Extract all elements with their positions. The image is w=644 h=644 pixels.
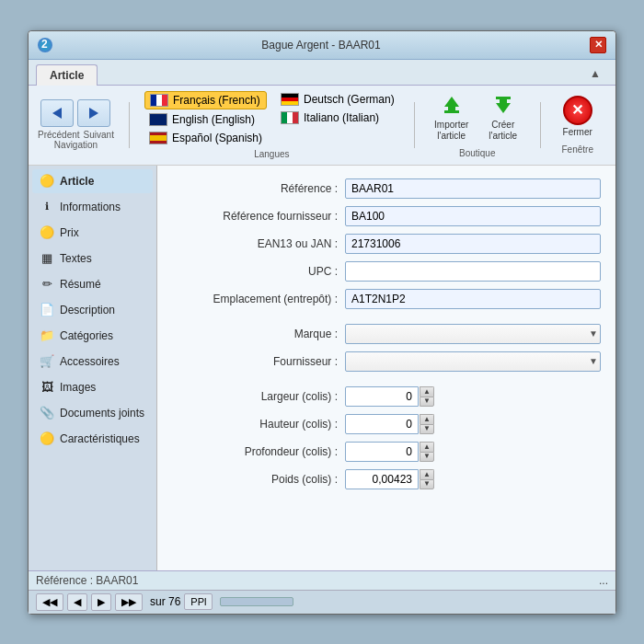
lang-list-right: Deutsch (German) Italiano (Italian) bbox=[276, 91, 399, 146]
ref-fournisseur-input[interactable] bbox=[345, 206, 601, 226]
svg-marker-4 bbox=[444, 97, 459, 107]
sidebar-label-article: Article bbox=[60, 175, 94, 188]
hauteur-row: Hauteur (colis) : ▲ ▼ bbox=[172, 414, 601, 434]
tab-article[interactable]: Article bbox=[36, 64, 98, 86]
creer-button[interactable]: Créerl'article bbox=[481, 92, 525, 142]
sidebar-item-accessoires[interactable]: 🛒 Accessoires bbox=[32, 350, 153, 374]
poids-row: Poids (colis) : ▲ ▼ bbox=[172, 469, 601, 489]
first-page-button[interactable]: ◀◀ bbox=[36, 593, 63, 611]
reference-row: Référence : bbox=[172, 178, 601, 199]
largeur-increment-button[interactable]: ▲ bbox=[420, 386, 434, 397]
lang-group-label: Langues bbox=[254, 149, 289, 159]
marque-select-wrapper: ▼ bbox=[345, 324, 601, 344]
sidebar-item-informations[interactable]: ℹ Informations bbox=[32, 195, 153, 219]
sidebar-item-prix[interactable]: 🟡 Prix bbox=[32, 221, 153, 245]
sidebar-item-description[interactable]: 📄 Description bbox=[32, 298, 153, 322]
lang-fr[interactable]: Français (French) bbox=[144, 91, 267, 109]
informations-icon: ℹ bbox=[40, 200, 54, 214]
description-icon: 📄 bbox=[40, 303, 54, 317]
window-title: Bague Argent - BAAR01 bbox=[52, 39, 590, 52]
poids-decrement-button[interactable]: ▼ bbox=[420, 479, 434, 489]
largeur-spinners: ▲ ▼ bbox=[420, 386, 434, 407]
upc-input[interactable] bbox=[345, 261, 601, 282]
flag-fr-icon bbox=[150, 94, 168, 107]
profondeur-increment-button[interactable]: ▲ bbox=[420, 442, 434, 452]
article-icon: 🟡 bbox=[40, 174, 54, 189]
sidebar: 🟡 Article ℹ Informations 🟡 Prix ▦ Textes… bbox=[29, 166, 157, 570]
next-label: Suivant bbox=[84, 130, 114, 140]
fermer-button[interactable]: ✕ Fermer bbox=[556, 96, 600, 138]
ean13-label: EAN13 ou JAN : bbox=[172, 237, 338, 250]
sidebar-item-documents[interactable]: 📎 Documents joints bbox=[32, 401, 153, 425]
ref-fournisseur-row: Référence fournisseur : bbox=[172, 206, 601, 226]
sidebar-item-resume[interactable]: ✏ Résumé bbox=[32, 272, 153, 296]
hauteur-spinners: ▲ ▼ bbox=[420, 414, 434, 434]
profondeur-spinners: ▲ ▼ bbox=[420, 442, 434, 462]
last-page-button[interactable]: ▶▶ bbox=[115, 593, 143, 611]
ean13-input[interactable] bbox=[345, 234, 601, 254]
profondeur-spinner: ▲ ▼ bbox=[345, 442, 434, 462]
sidebar-item-caracteristiques[interactable]: 🟡 Caractéristiques bbox=[32, 427, 153, 451]
import-icon bbox=[437, 92, 466, 118]
status-bar: Référence : BAAR01 ... bbox=[29, 570, 615, 590]
largeur-input[interactable] bbox=[345, 386, 419, 407]
sidebar-label-categories: Catégories bbox=[60, 329, 113, 342]
largeur-spinner: ▲ ▼ bbox=[345, 386, 434, 407]
hauteur-increment-button[interactable]: ▲ bbox=[420, 414, 434, 424]
sidebar-item-textes[interactable]: ▦ Textes bbox=[32, 247, 153, 270]
images-icon: 🖼 bbox=[40, 380, 54, 395]
reference-input[interactable] bbox=[345, 178, 601, 199]
nav-buttons bbox=[40, 99, 110, 127]
sidebar-item-images[interactable]: 🖼 Images bbox=[32, 375, 153, 399]
lang-en-label: English (English) bbox=[172, 113, 255, 126]
hauteur-label: Hauteur (colis) : bbox=[172, 418, 338, 431]
emplacement-input[interactable] bbox=[345, 289, 601, 309]
next-button[interactable] bbox=[77, 99, 110, 127]
svg-text:2: 2 bbox=[41, 39, 48, 51]
lang-it-label: Italiano (Italian) bbox=[304, 111, 379, 124]
sidebar-label-informations: Informations bbox=[60, 201, 121, 213]
prev-label: Précédent bbox=[38, 130, 80, 140]
progress-indicator bbox=[220, 597, 293, 606]
poids-label: Poids (colis) : bbox=[172, 473, 338, 486]
sidebar-item-categories[interactable]: 📁 Catégories bbox=[32, 324, 153, 348]
lang-de-label: Deutsch (German) bbox=[304, 93, 395, 106]
lang-fr-label: Français (French) bbox=[173, 94, 260, 107]
lang-it[interactable]: Italiano (Italian) bbox=[276, 109, 399, 126]
prev-button[interactable] bbox=[40, 99, 74, 127]
fournisseur-select[interactable] bbox=[345, 351, 601, 372]
poids-input[interactable] bbox=[345, 469, 419, 489]
profondeur-input[interactable] bbox=[345, 442, 419, 462]
window-close-button[interactable]: ✕ bbox=[590, 37, 606, 53]
lang-es[interactable]: Español (Spanish) bbox=[144, 130, 267, 146]
nav-group-label: Navigation bbox=[54, 140, 98, 150]
boutique-actions: Importerl'article Créerl'article bbox=[430, 92, 525, 142]
caracteristiques-icon: 🟡 bbox=[40, 431, 54, 446]
separator-1 bbox=[129, 102, 130, 148]
prev-page-button[interactable]: ◀ bbox=[67, 593, 87, 611]
collapse-button[interactable]: ▲ bbox=[582, 63, 608, 85]
hauteur-decrement-button[interactable]: ▼ bbox=[420, 424, 434, 434]
lang-list-left: Français (French) English (English) Espa… bbox=[144, 91, 267, 146]
ref-fournisseur-label: Référence fournisseur : bbox=[172, 210, 338, 223]
emplacement-row: Emplacement (entrepôt) : bbox=[172, 289, 601, 309]
poids-increment-button[interactable]: ▲ bbox=[420, 469, 434, 479]
resume-icon: ✏ bbox=[40, 277, 54, 292]
largeur-decrement-button[interactable]: ▼ bbox=[420, 397, 434, 407]
upc-label: UPC : bbox=[172, 265, 338, 278]
marque-select[interactable] bbox=[345, 324, 601, 344]
emplacement-label: Emplacement (entrepôt) : bbox=[172, 293, 338, 305]
documents-icon: 📎 bbox=[40, 406, 54, 420]
profondeur-decrement-button[interactable]: ▼ bbox=[420, 452, 434, 462]
lang-en[interactable]: English (English) bbox=[144, 111, 267, 128]
lang-group: Français (French) English (English) Espa… bbox=[144, 91, 399, 159]
lang-de[interactable]: Deutsch (German) bbox=[276, 91, 399, 108]
marque-row: Marque : ▼ bbox=[172, 324, 601, 344]
ppl-button[interactable]: PPl bbox=[184, 593, 213, 610]
fournisseur-select-wrapper: ▼ bbox=[345, 351, 601, 372]
import-button[interactable]: Importerl'article bbox=[430, 92, 474, 142]
sidebar-label-documents: Documents joints bbox=[60, 407, 144, 420]
next-page-button[interactable]: ▶ bbox=[91, 593, 111, 611]
hauteur-input[interactable] bbox=[345, 414, 419, 434]
sidebar-item-article[interactable]: 🟡 Article bbox=[32, 169, 153, 193]
